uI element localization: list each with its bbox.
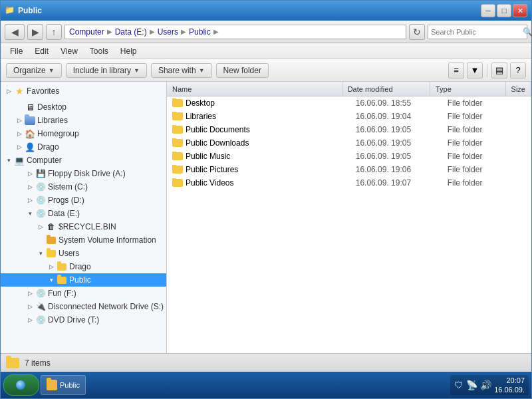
users-expand[interactable]: ▾ (35, 248, 46, 259)
view-details-button[interactable]: ≡ (448, 63, 464, 78)
address-path[interactable]: Computer ▶ Data (E:) ▶ Users ▶ Public ▶ (65, 25, 406, 39)
taskbar-explorer-button[interactable]: Public (41, 375, 86, 395)
file-row[interactable]: Public Downloads 16.06.09. 19:05 File fo… (167, 136, 531, 150)
menu-help[interactable]: Help (115, 45, 142, 57)
sidebar-item-computer[interactable]: ▾ 💻 Computer (1, 154, 166, 167)
computer-expand[interactable]: ▾ (3, 155, 14, 166)
path-data[interactable]: Data (E:) (115, 27, 147, 37)
dvd-expand[interactable]: ▷ (25, 315, 35, 325)
dvd-icon: 💿 (35, 315, 46, 325)
search-box[interactable]: 🔍 (428, 25, 527, 39)
floppy-expand[interactable]: ▷ (25, 168, 35, 179)
col-header-name[interactable]: Name (167, 82, 342, 96)
drago-expand[interactable]: ▷ (14, 142, 25, 152)
disconnected-expand[interactable]: ▷ (25, 301, 35, 312)
close-button[interactable]: ✕ (513, 4, 527, 17)
sidebar-item-public[interactable]: ▾ Public (1, 273, 166, 287)
computer-icon: 💻 (14, 155, 25, 166)
favorites-section: ▷ ★ Favorites (1, 82, 166, 100)
window-icon: 📁 (5, 5, 15, 16)
file-row[interactable]: Public Pictures 16.06.09. 19:06 File fol… (167, 163, 531, 176)
sidebar-item-data[interactable]: ▾ 💿 Data (E:) (1, 207, 166, 220)
public-expand[interactable]: ▾ (46, 275, 57, 285)
sidebar-item-sistem[interactable]: ▷ 💿 Sistem (C:) (1, 180, 166, 194)
fun-expand[interactable]: ▷ (25, 288, 35, 299)
favorites-icon: ★ (14, 86, 25, 96)
share-button[interactable]: Share with ▼ (151, 63, 212, 78)
start-button[interactable] (3, 374, 39, 396)
file-cell-type: File folder (442, 112, 521, 121)
data-expand[interactable]: ▾ (25, 208, 35, 219)
sidebar-item-drago-user[interactable]: ▷ 👤 Drago (1, 140, 166, 154)
toolbar-right: ≡ ▼ ▤ ? (448, 63, 526, 78)
up-button[interactable]: ↑ (46, 24, 62, 40)
toolbar-sep (487, 64, 487, 77)
include-library-button[interactable]: Include in library ▼ (66, 63, 147, 78)
file-cell-name: Public Documents (167, 125, 350, 134)
search-icon[interactable]: 🔍 (523, 27, 532, 37)
path-computer[interactable]: Computer (69, 27, 104, 37)
recycle-expand[interactable]: ▷ (35, 221, 46, 232)
path-users[interactable]: Users (158, 27, 178, 37)
search-input[interactable] (431, 28, 523, 36)
file-cell-type: File folder (442, 152, 521, 161)
col-header-size[interactable]: Size (506, 82, 531, 96)
file-folder-icon (172, 166, 183, 174)
window-title: Public (18, 6, 42, 15)
taskbar-folder-icon (47, 380, 57, 390)
view-toggle-button[interactable]: ▼ (467, 63, 483, 78)
favorites-expand[interactable]: ▷ (3, 86, 14, 96)
library-label: Include in library (73, 66, 131, 75)
file-row[interactable]: Libraries 16.06.09. 19:04 File folder (167, 110, 531, 123)
file-folder-icon (172, 126, 183, 134)
sidebar-item-users[interactable]: ▾ Users (1, 247, 166, 260)
sidebar-item-libraries[interactable]: ▷ Libraries (1, 114, 166, 127)
file-name: Desktop (186, 98, 215, 108)
sidebar-item-sysvolinfo[interactable]: System Volume Information (1, 233, 166, 247)
sistem-expand[interactable]: ▷ (25, 182, 35, 192)
menu-view[interactable]: View (55, 45, 83, 57)
sidebar-item-disconnected[interactable]: ▷ 🔌 Disconnected Network Drive (S:) (1, 300, 166, 313)
file-list-area: Name Date modified Type Size Desktop 16. (167, 82, 531, 353)
file-row[interactable]: Public Documents 16.06.09. 19:05 File fo… (167, 123, 531, 136)
sidebar-item-progs[interactable]: ▷ 💿 Progs (D:) (1, 194, 166, 207)
back-button[interactable]: ◀ (5, 24, 25, 40)
sidebar-item-fun[interactable]: ▷ 💿 Fun (F:) (1, 287, 166, 300)
menu-tools[interactable]: Tools (84, 45, 114, 57)
homegroup-expand[interactable]: ▷ (14, 128, 25, 139)
menu-edit[interactable]: Edit (29, 45, 54, 57)
file-row[interactable]: Public Videos 16.06.09. 19:07 File folde… (167, 176, 531, 190)
file-cell-name: Public Downloads (167, 138, 350, 148)
sidebar-item-homegroup[interactable]: ▷ 🏠 Homegroup (1, 127, 166, 140)
volume-icon[interactable]: 🔊 (480, 380, 491, 390)
path-public[interactable]: Public (189, 27, 211, 37)
organize-button[interactable]: Organize ▼ (6, 63, 62, 78)
sidebar-item-desktop[interactable]: 🖥 Desktop (1, 100, 166, 114)
help-button[interactable]: ? (510, 63, 526, 78)
recycle-label: $RECYCLE.BIN (59, 222, 116, 231)
minimize-button[interactable]: ─ (481, 4, 495, 17)
refresh-button[interactable]: ↻ (409, 24, 425, 40)
file-row[interactable]: Desktop 16.06.09. 18:55 File folder (167, 96, 531, 110)
sidebar-item-drago2[interactable]: ▷ Drago (1, 260, 166, 273)
sidebar-item-floppy[interactable]: ▷ 💾 Floppy Disk Drive (A:) (1, 167, 166, 180)
menu-file[interactable]: File (5, 45, 28, 57)
sysvolinfo-label: System Volume Information (59, 235, 156, 245)
new-folder-button[interactable]: New folder (216, 63, 269, 78)
preview-pane-button[interactable]: ▤ (491, 63, 507, 78)
file-row[interactable]: Public Music 16.06.09. 19:05 File folder (167, 150, 531, 163)
sidebar-item-favorites[interactable]: ▷ ★ Favorites (1, 84, 166, 98)
forward-button[interactable]: ▶ (27, 24, 43, 40)
file-cell-type: File folder (442, 138, 521, 148)
status-item-count: 7 items (25, 358, 51, 368)
col-header-date[interactable]: Date modified (342, 82, 430, 96)
progs-expand[interactable]: ▷ (25, 195, 35, 205)
libraries-expand[interactable]: ▷ (14, 115, 25, 126)
drago2-expand[interactable]: ▷ (46, 261, 57, 272)
file-cell-type: File folder (442, 178, 521, 188)
sidebar-item-dvd[interactable]: ▷ 💿 DVD Drive (T:) (1, 313, 166, 327)
sidebar-item-recycle[interactable]: ▷ 🗑 $RECYCLE.BIN (1, 220, 166, 233)
col-header-type[interactable]: Type (430, 82, 506, 96)
main-area: ▷ ★ Favorites 🖥 Desktop ▷ Libraries ▷ 🏠 (1, 82, 531, 353)
maximize-button[interactable]: □ (497, 4, 511, 17)
